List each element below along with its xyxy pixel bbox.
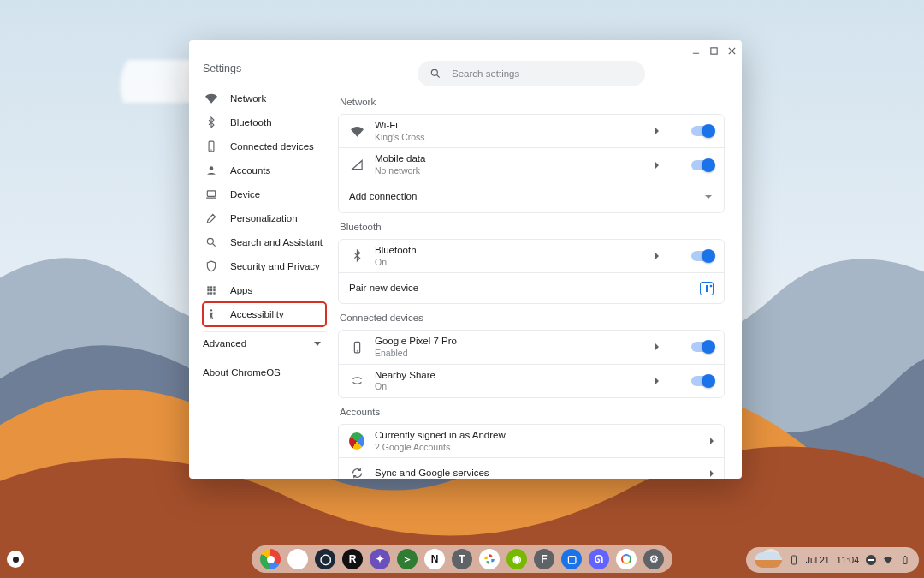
chevron-down-icon	[705, 195, 712, 199]
nearby-share-toggle[interactable]	[691, 376, 714, 386]
sync-icon	[349, 467, 364, 479]
svg-rect-12	[210, 292, 212, 294]
svg-rect-11	[207, 292, 209, 294]
wifi-tray-icon	[883, 555, 893, 565]
mobile-data-row[interactable]: Mobile data No network	[339, 147, 724, 181]
tray-time: 11:04	[837, 555, 859, 565]
phone-hub-icon	[789, 555, 799, 565]
app-icon-nvidia[interactable]: ◉	[506, 549, 527, 569]
app-icon-mastodon[interactable]: ᘏ	[589, 549, 609, 569]
sidebar-item-device[interactable]: Device	[203, 182, 326, 206]
app-icon-steam[interactable]: ◯	[315, 549, 335, 569]
nearby-share-row[interactable]: Nearby Share On	[339, 364, 724, 397]
row-title: Google Pixel 7 Pro	[375, 336, 645, 348]
app-icon-f[interactable]: F	[534, 549, 554, 569]
sidebar-item-label: Apps	[230, 285, 252, 295]
svg-rect-18	[903, 557, 907, 564]
network-card: Wi-Fi King's Cross Mobile data No networ…	[338, 114, 725, 213]
avatar-icon	[349, 432, 364, 450]
svg-point-2	[210, 166, 214, 170]
current-account-row[interactable]: Currently signed in as Andrew 2 Google A…	[339, 425, 724, 457]
sidebar-item-label: Device	[230, 189, 260, 200]
sidebar-about-chromeos[interactable]: About ChromeOS	[203, 361, 326, 384]
phone-icon	[204, 140, 218, 153]
search-box[interactable]	[418, 61, 645, 86]
row-title: Mobile data	[375, 153, 645, 165]
wifi-icon	[349, 125, 364, 138]
sidebar-item-accessibility[interactable]: Accessibility	[203, 302, 326, 326]
chevron-down-icon	[314, 342, 321, 346]
app-icon-photos[interactable]	[479, 549, 500, 569]
app-icon-play[interactable]: ▶	[287, 549, 308, 569]
pair-device-row[interactable]: Pair new device	[339, 272, 724, 303]
wifi-row[interactable]: Wi-Fi King's Cross	[339, 115, 724, 147]
app-icon-settings[interactable]: ⚙	[643, 549, 664, 569]
svg-point-14	[210, 309, 212, 311]
app-icon-blue[interactable]: ▢	[561, 549, 582, 569]
status-tray[interactable]: Jul 21 11:04	[746, 547, 919, 573]
app-icon-r[interactable]: R	[342, 549, 363, 569]
section-heading-bluetooth: Bluetooth	[340, 222, 725, 232]
bluetooth-toggle[interactable]	[691, 251, 714, 261]
mobile-data-toggle[interactable]	[691, 160, 714, 170]
shield-icon	[204, 259, 218, 273]
bluetooth-icon	[204, 116, 218, 129]
window-minimize-button[interactable]	[691, 46, 701, 56]
app-icon-t[interactable]: T	[452, 549, 472, 569]
search-icon	[429, 68, 441, 80]
sidebar-item-bluetooth[interactable]: Bluetooth	[203, 110, 326, 134]
window-titlebar	[189, 40, 742, 61]
row-title: Pair new device	[349, 283, 690, 295]
bluetooth-row[interactable]: Bluetooth On	[339, 240, 724, 272]
app-icon-purple[interactable]: ✦	[370, 549, 390, 569]
app-icon-chrome[interactable]	[260, 549, 281, 569]
sidebar-item-label: Accessibility	[230, 309, 284, 319]
svg-rect-8	[207, 289, 209, 291]
add-connection-row[interactable]: Add connection	[339, 182, 724, 212]
wifi-toggle[interactable]	[691, 126, 714, 136]
row-subtitle: Enabled	[375, 348, 645, 359]
section-heading-accounts: Accounts	[340, 407, 725, 417]
sidebar-item-accounts[interactable]: Accounts	[203, 158, 326, 182]
settings-sidebar: Settings Network Bluetooth Connected dev…	[189, 61, 333, 479]
sidebar-item-apps[interactable]: Apps	[203, 278, 326, 302]
section-heading-network: Network	[340, 97, 725, 107]
row-subtitle: On	[375, 257, 645, 268]
row-title: Wi-Fi	[375, 120, 645, 132]
sync-row[interactable]: Sync and Google services	[339, 457, 724, 479]
sidebar-advanced-toggle[interactable]: Advanced	[203, 331, 326, 355]
phone-row[interactable]: Google Pixel 7 Pro Enabled	[339, 331, 724, 363]
sidebar-item-search-assistant[interactable]: Search and Assistant	[203, 230, 326, 254]
window-close-button[interactable]	[727, 46, 737, 56]
app-icon-terminal[interactable]: ＞	[397, 549, 418, 569]
settings-main-panel: Network Wi-Fi King's Cross Mobile data	[333, 61, 742, 479]
wallpaper-preview-icon	[755, 552, 782, 568]
svg-rect-17	[791, 556, 796, 564]
chevron-right-icon	[655, 162, 659, 169]
about-label: About ChromeOS	[203, 367, 281, 378]
person-icon	[204, 164, 218, 177]
window-maximize-button[interactable]	[709, 46, 719, 56]
svg-rect-6	[210, 286, 212, 288]
svg-rect-3	[207, 191, 215, 196]
sidebar-item-network[interactable]: Network	[203, 86, 326, 110]
phone-hub-toggle[interactable]	[691, 342, 714, 352]
sidebar-item-security-privacy[interactable]: Security and Privacy	[203, 254, 326, 278]
row-subtitle: King's Cross	[375, 132, 645, 143]
row-title: Add connection	[349, 191, 695, 203]
app-icon-notion[interactable]: N	[424, 549, 445, 569]
row-subtitle: 2 Google Accounts	[375, 442, 700, 453]
nearby-share-icon	[349, 374, 364, 387]
svg-point-15	[431, 69, 437, 75]
app-icon-ring[interactable]	[616, 549, 637, 569]
svg-rect-13	[213, 292, 215, 294]
bluetooth-card: Bluetooth On Pair new device	[338, 239, 725, 304]
sidebar-item-personalization[interactable]: Personalization	[203, 206, 326, 230]
sidebar-item-connected-devices[interactable]: Connected devices	[203, 134, 326, 158]
svg-point-4	[207, 238, 213, 244]
bluetooth-icon	[349, 249, 364, 262]
sidebar-item-label: Personalization	[230, 213, 298, 223]
sidebar-item-label: Security and Privacy	[230, 261, 320, 271]
launcher-button[interactable]	[7, 551, 24, 568]
search-input[interactable]	[452, 69, 633, 79]
